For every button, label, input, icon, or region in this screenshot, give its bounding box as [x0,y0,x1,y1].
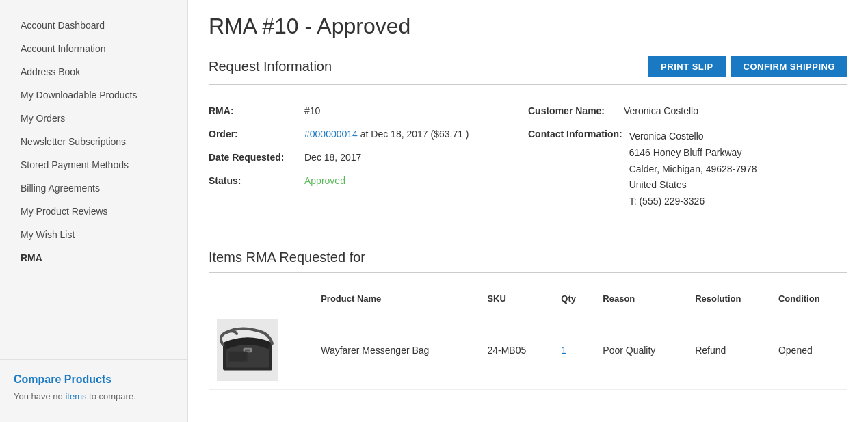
th-condition: Condition [770,287,847,311]
info-left: RMA: #10 Order: #000000014 at Dec 18, 20… [209,98,528,229]
sidebar-link-account-information[interactable]: Account Information [0,37,187,60]
sidebar-item-newsletter-subscriptions: Newsletter Subscriptions [0,130,187,153]
sidebar-item-my-product-reviews: My Product Reviews [0,200,187,223]
sidebar-link-newsletter-subscriptions[interactable]: Newsletter Subscriptions [0,130,187,153]
request-info-header: Request Information PRINT SLIP CONFIRM S… [209,56,847,85]
date-row: Date Requested: Dec 18, 2017 [209,152,528,163]
product-name-cell: Wayfarer Messenger Bag [313,311,479,389]
sidebar-link-stored-payment-methods[interactable]: Stored Payment Methods [0,153,187,176]
date-value: Dec 18, 2017 [304,152,361,163]
order-value: #000000014 at Dec 18, 2017 ($63.71 ) [304,129,469,140]
sku-cell: 24-MB05 [479,311,553,389]
order-link[interactable]: #000000014 [304,129,358,140]
info-grid: RMA: #10 Order: #000000014 at Dec 18, 20… [209,98,847,229]
th-qty: Qty [553,287,594,311]
sidebar-link-billing-agreements[interactable]: Billing Agreements [0,176,187,200]
sidebar-link-my-wish-list[interactable]: My Wish List [0,223,187,246]
th-resolution: Resolution [687,287,770,311]
table-body: Wayfarer Messenger Bag24-MB051Poor Quali… [209,311,847,389]
th-image [209,287,313,311]
order-label: Order: [209,129,304,140]
product-image-cell [209,311,313,389]
items-section-title: Items RMA Requested for [209,250,847,273]
contact-block: Veronica Costello 6146 Honey Bluff Parkw… [629,129,757,210]
confirm-shipping-button[interactable]: CONFIRM SHIPPING [731,56,847,77]
info-right: Customer Name: Veronica Costello Contact… [528,98,847,229]
status-row: Status: Approved [209,175,528,186]
date-label: Date Requested: [209,152,304,163]
items-table: Product NameSKUQtyReasonResolutionCondit… [209,287,847,390]
sidebar-item-billing-agreements: Billing Agreements [0,176,187,200]
order-suffix: at Dec 18, 2017 ($63.71 ) [358,129,469,140]
sidebar-item-stored-payment-methods: Stored Payment Methods [0,153,187,176]
status-label: Status: [209,175,304,186]
rma-value: #10 [304,105,320,116]
sidebar-link-account-dashboard[interactable]: Account Dashboard [0,14,187,37]
svg-rect-5 [230,352,247,361]
resolution-cell: Refund [687,311,770,389]
sidebar-link-my-downloadable-products[interactable]: My Downloadable Products [0,83,187,107]
contact-info-label: Contact Information: [528,129,629,140]
product-image [217,319,278,381]
sidebar-item-account-dashboard: Account Dashboard [0,14,187,37]
print-slip-button[interactable]: PRINT SLIP [648,56,726,77]
contact-address1: 6146 Honey Bluff Parkway [629,145,757,161]
condition-cell: Opened [770,311,847,389]
page-title: RMA #10 - Approved [209,14,847,39]
contact-country: United States [629,177,757,194]
compare-title: Compare Products [14,373,174,386]
rma-row: RMA: #10 [209,105,528,116]
th-reason: Reason [594,287,687,311]
qty-cell: 1 [553,311,594,389]
qty-link[interactable]: 1 [561,345,566,356]
compare-section: Compare Products You have no items to co… [0,359,187,408]
sidebar-item-my-orders: My Orders [0,107,187,130]
sidebar: Account DashboardAccount InformationAddr… [0,0,188,422]
table-row: Wayfarer Messenger Bag24-MB051Poor Quali… [209,311,847,389]
th-product-name: Product Name [313,287,479,311]
customer-name-value: Veronica Costello [624,105,698,116]
th-sku: SKU [479,287,553,311]
main-content: RMA #10 - Approved Request Information P… [188,0,868,422]
svg-rect-3 [245,349,250,351]
sidebar-item-rma: RMA [0,246,187,269]
customer-name-label: Customer Name: [528,105,624,116]
sidebar-link-my-orders[interactable]: My Orders [0,107,187,130]
bag-icon [220,323,275,378]
sidebar-item-my-downloadable-products: My Downloadable Products [0,83,187,107]
sidebar-item-my-wish-list: My Wish List [0,223,187,246]
contact-info-row: Contact Information: Veronica Costello 6… [528,129,847,210]
contact-phone: T: (555) 229-3326 [629,194,757,210]
contact-name: Veronica Costello [629,129,757,145]
sidebar-link-my-product-reviews[interactable]: My Product Reviews [0,200,187,223]
compare-items-link[interactable]: items [65,391,86,401]
status-value: Approved [304,175,345,186]
sidebar-nav: Account DashboardAccount InformationAddr… [0,14,187,269]
table-header-row: Product NameSKUQtyReasonResolutionCondit… [209,287,847,311]
action-buttons: PRINT SLIP CONFIRM SHIPPING [648,56,847,77]
request-info-title: Request Information [209,59,332,75]
customer-name-row: Customer Name: Veronica Costello [528,105,847,116]
sidebar-item-address-book: Address Book [0,60,187,83]
contact-city: Calder, Michigan, 49628-7978 [629,161,757,178]
rma-label: RMA: [209,105,304,116]
sidebar-link-address-book[interactable]: Address Book [0,60,187,83]
table-head: Product NameSKUQtyReasonResolutionCondit… [209,287,847,311]
compare-text: You have no items to compare. [14,391,174,401]
sidebar-item-account-information: Account Information [0,37,187,60]
order-row: Order: #000000014 at Dec 18, 2017 ($63.7… [209,129,528,140]
reason-cell: Poor Quality [594,311,687,389]
sidebar-link-rma[interactable]: RMA [0,246,187,269]
